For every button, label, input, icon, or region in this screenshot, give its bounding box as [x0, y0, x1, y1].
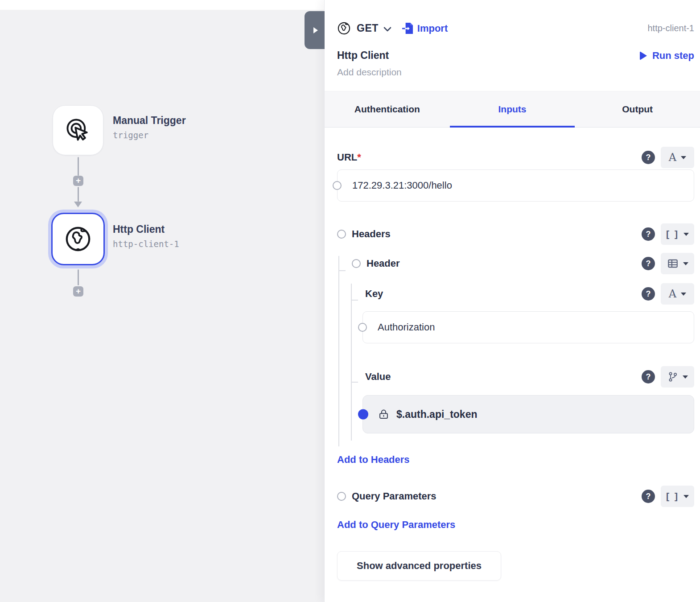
step-id: http-client-1	[648, 23, 695, 33]
help-icon[interactable]: ?	[642, 227, 655, 241]
caret-down-icon	[684, 495, 689, 498]
method-select[interactable]: GET	[357, 22, 379, 34]
caret-down-icon	[683, 375, 688, 379]
add-to-query-parameters-button[interactable]: Add to Query Parameters	[337, 519, 455, 531]
expression-branch-icon	[667, 371, 678, 382]
import-label: Import	[417, 23, 448, 34]
workflow-canvas[interactable]: Manual Trigger trigger + Http Client htt…	[0, 10, 324, 602]
value-token: $.auth.api_token	[396, 408, 477, 421]
connector-circle-icon[interactable]	[337, 230, 346, 239]
tree-line	[351, 284, 352, 441]
tree-tick	[351, 300, 358, 301]
inputs-form: URL* ? A 172.29.3.21:3000/hello Headers …	[325, 128, 700, 581]
step-config-panel: GET I	[324, 0, 700, 602]
run-step-label: Run step	[652, 50, 694, 62]
help-icon[interactable]: ?	[642, 151, 655, 164]
help-icon[interactable]: ?	[642, 257, 655, 270]
value-input[interactable]: $.auth.api_token	[362, 395, 694, 433]
node-subtitle: trigger	[113, 130, 186, 140]
key-row: Key ? A	[337, 287, 694, 301]
table-type-icon	[667, 258, 679, 269]
edge-arrow-icon	[74, 202, 82, 207]
cursor-click-icon	[63, 115, 93, 145]
headers-label: Headers	[352, 228, 391, 240]
tab-inputs[interactable]: Inputs	[450, 91, 575, 127]
value-type-select[interactable]	[661, 366, 694, 388]
edge-line	[78, 157, 79, 176]
input-port-connected[interactable]	[358, 409, 368, 420]
caret-down-icon	[681, 156, 686, 159]
key-type-select[interactable]: A	[661, 283, 694, 305]
array-type-icon: [ ]	[666, 229, 679, 239]
key-value: Authorization	[378, 322, 435, 333]
node-subtitle: http-client-1	[113, 239, 179, 249]
node-manual-trigger[interactable]	[53, 105, 103, 155]
tab-output[interactable]: Output	[575, 91, 700, 127]
tree-tick	[351, 382, 358, 383]
step-title: Http Client	[337, 49, 389, 62]
file-import-icon	[402, 22, 413, 34]
value-row: Value ?	[337, 370, 694, 383]
globe-icon	[62, 223, 94, 255]
tree-tick	[339, 270, 346, 271]
caret-down-icon	[683, 262, 688, 265]
tree-line	[338, 256, 339, 446]
key-label: Key	[365, 288, 383, 300]
help-icon[interactable]: ?	[642, 490, 655, 503]
node-http-client[interactable]	[48, 210, 108, 268]
query-parameters-row: Query Parameters ? [ ]	[337, 490, 694, 503]
connector-circle-icon[interactable]	[337, 492, 346, 501]
edge-line	[78, 269, 79, 285]
run-step-button[interactable]: Run step	[640, 50, 694, 62]
key-input[interactable]: Authorization	[362, 311, 694, 343]
header-label: Header	[366, 258, 400, 269]
value-label: Value	[365, 371, 391, 383]
add-to-headers-button[interactable]: Add to Headers	[337, 454, 410, 466]
caret-down-icon	[681, 293, 686, 296]
node-label-http-client: Http Client http-client-1	[113, 223, 179, 249]
input-port[interactable]	[333, 181, 342, 190]
caret-down-icon	[684, 233, 689, 236]
panel-header: GET I	[325, 0, 700, 78]
import-button[interactable]: Import	[402, 22, 448, 34]
lock-icon	[378, 408, 390, 421]
header-type-select[interactable]	[661, 253, 694, 274]
chevron-down-icon[interactable]	[383, 27, 391, 32]
tab-authentication[interactable]: Authentication	[325, 91, 450, 127]
input-port[interactable]	[358, 323, 367, 332]
add-step-button[interactable]: +	[73, 286, 83, 297]
description-placeholder[interactable]: Add description	[337, 67, 694, 78]
connector-circle-icon[interactable]	[352, 259, 361, 268]
required-mark: *	[357, 152, 361, 163]
help-icon[interactable]: ?	[642, 287, 655, 301]
edge-line	[78, 187, 79, 202]
node-label-manual-trigger: Manual Trigger trigger	[113, 115, 186, 140]
text-type-icon: A	[669, 288, 676, 300]
chevron-right-icon	[313, 27, 318, 33]
node-title: Manual Trigger	[113, 115, 186, 127]
play-icon	[640, 51, 647, 60]
panel-tabs: Authentication Inputs Output	[325, 91, 700, 128]
header-row: Header ?	[337, 257, 694, 270]
url-input[interactable]: 172.29.3.21:3000/hello	[337, 169, 694, 202]
url-value: 172.29.3.21:3000/hello	[352, 180, 452, 191]
globe-icon	[337, 21, 351, 35]
help-icon[interactable]: ?	[642, 370, 655, 383]
url-label: URL	[337, 152, 357, 163]
query-parameters-label: Query Parameters	[352, 491, 436, 502]
url-type-select[interactable]: A	[661, 147, 694, 168]
show-advanced-properties-button[interactable]: Show advanced properties	[337, 551, 501, 581]
text-type-icon: A	[669, 151, 676, 164]
query-parameters-type-select[interactable]: [ ]	[661, 486, 694, 507]
add-step-button[interactable]: +	[73, 176, 83, 186]
array-type-icon: [ ]	[666, 491, 679, 502]
collapse-panel-button[interactable]	[305, 11, 325, 49]
node-title: Http Client	[113, 223, 179, 236]
headers-type-select[interactable]: [ ]	[661, 223, 694, 245]
url-label-row: URL* ? A	[337, 151, 694, 164]
headers-row: Headers ? [ ]	[337, 227, 694, 241]
